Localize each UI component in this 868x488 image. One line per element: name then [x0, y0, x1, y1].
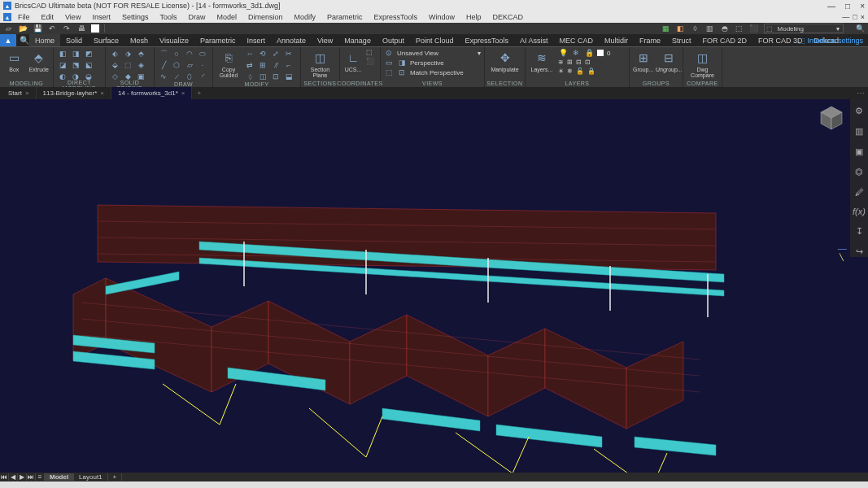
workspace-selector[interactable]: Modeling▾ [764, 24, 844, 33]
copy-guided-button[interactable]: ⎘Copy Guided [216, 49, 241, 78]
tool-icon[interactable]: ⬕ [83, 60, 94, 70]
maximize-button[interactable]: □ [845, 2, 850, 11]
sidebar-icon[interactable]: f(x) [853, 207, 866, 216]
layer-selector[interactable]: 💡❄🔒0 [558, 49, 626, 57]
menu-edit[interactable]: Edit [37, 13, 59, 21]
tool-icon[interactable]: ▱ [184, 60, 195, 70]
perspective-toggle[interactable]: ▭◨Perspective [384, 59, 481, 67]
tool-icon[interactable]: ⊡ [585, 59, 591, 66]
sidebar-icon[interactable]: ▥ [855, 126, 863, 137]
mdi-minimize[interactable]: — [842, 13, 849, 21]
tool-icon[interactable]: ⫽ [270, 60, 281, 70]
unsaved-view-selector[interactable]: ⊙Unsaved View▾ [384, 49, 481, 57]
extrude-button[interactable]: ⬘Extrude [28, 49, 50, 72]
app-button[interactable]: ▲ [0, 34, 16, 46]
tool-icon[interactable]: ⟲ [257, 49, 268, 59]
tool-icon[interactable]: ⎀ [244, 72, 255, 81]
close-icon[interactable]: × [181, 89, 185, 97]
tool-icon[interactable]: ○ [171, 49, 182, 59]
tool-icon[interactable]: ⬓ [283, 72, 294, 81]
tool-icon[interactable]: ❄ [567, 68, 573, 75]
tool-icon[interactable]: ⊡ [270, 72, 281, 81]
layers-button[interactable]: ≋Layers... [529, 49, 555, 72]
add-tab-button[interactable]: + [192, 89, 206, 97]
tab-meccad[interactable]: MEC CAD [554, 34, 600, 46]
menu-dimension[interactable]: Dimension [243, 13, 288, 21]
tab-frame[interactable]: Frame [634, 34, 666, 46]
layout-list-button[interactable]: ≡ [36, 473, 45, 481]
tool-icon[interactable]: ◠ [184, 49, 195, 59]
tab-insert[interactable]: Insert [241, 34, 271, 46]
tool-icon[interactable]: ∿ [158, 72, 169, 81]
sidebar-icon[interactable]: ↧ [856, 226, 863, 237]
tool-icon[interactable]: ⬭ [197, 49, 208, 59]
qat-open-icon[interactable]: 📂 [18, 24, 28, 33]
menu-file[interactable]: File [13, 13, 35, 21]
menu-modify[interactable]: Modify [290, 13, 321, 21]
qat-layer-color[interactable] [91, 24, 99, 33]
menu-tools[interactable]: Tools [155, 13, 181, 21]
interface-settings-button[interactable]: ⬚ Interface settings [798, 37, 863, 45]
qat-icon[interactable]: ◓ [720, 24, 730, 33]
qat-icon[interactable]: ▥ [705, 24, 715, 33]
tool-icon[interactable]: ⊞ [257, 60, 268, 70]
menu-dekcad[interactable]: DEKCAD [488, 13, 529, 21]
app-icon[interactable]: ▲ [3, 2, 11, 10]
menu-help[interactable]: Help [461, 13, 486, 21]
qat-icon[interactable]: ▦ [661, 24, 671, 33]
menu-settings[interactable]: Settings [117, 13, 154, 21]
tool-icon[interactable]: ⬯ [184, 72, 195, 81]
tab-manage[interactable]: Manage [338, 34, 377, 46]
tool-icon[interactable]: ⬘ [135, 49, 146, 59]
match-perspective-button[interactable]: ⬚⊡Match Perspective [384, 68, 481, 76]
doc-tab-active[interactable]: 14 - formworks_3d1*× [111, 87, 192, 99]
tool-icon[interactable]: ✂ [283, 49, 294, 59]
tab-annotate[interactable]: Annotate [271, 34, 312, 46]
tool-icon[interactable]: ◈ [135, 60, 146, 70]
qat-icon[interactable]: ⬛ [749, 24, 759, 33]
sidebar-icon[interactable]: ⚙ [855, 106, 863, 116]
tab-menu-icon[interactable]: ⋯ [857, 89, 865, 98]
tab-expresstools[interactable]: ExpressTools [459, 34, 514, 46]
tool-icon[interactable]: ↔ [244, 49, 255, 59]
add-layout-button[interactable]: + [108, 473, 123, 481]
qat-undo-icon[interactable]: ↶ [47, 24, 57, 33]
first-layout-button[interactable]: ⏮ [0, 473, 9, 481]
tool-icon[interactable]: ≋ [558, 59, 564, 66]
viewport[interactable]: ── ╲ ⚙ ▥ ▣ ⏣ 🖉 f(x) ↧ ↪ [0, 99, 868, 473]
menu-model[interactable]: Model [212, 13, 242, 21]
qat-search-icon[interactable]: 🔍 [855, 24, 865, 33]
qat-icon[interactable]: ◧ [676, 24, 686, 33]
command-bar[interactable] [0, 481, 868, 488]
menu-insert[interactable]: Insert [87, 13, 116, 21]
doc-tab-start[interactable]: Start× [2, 87, 37, 99]
tool-icon[interactable]: · [197, 60, 208, 70]
qat-print-icon[interactable]: 🖶 [76, 24, 86, 33]
menu-draw[interactable]: Draw [183, 13, 210, 21]
tab-surface[interactable]: Surface [88, 34, 124, 46]
mdi-close[interactable]: × [861, 13, 865, 21]
manipulate-button[interactable]: ✥Manipulate [488, 49, 521, 72]
qat-save-icon[interactable]: 💾 [33, 24, 42, 33]
tool-icon[interactable]: ⬛ [366, 58, 374, 65]
tool-icon[interactable]: ⌐ [283, 60, 294, 70]
qat-new-icon[interactable]: ▱ [3, 24, 13, 33]
tool-icon[interactable]: ◪ [57, 60, 68, 70]
tool-icon[interactable]: ☀ [558, 68, 564, 75]
qat-redo-icon[interactable]: ↷ [62, 24, 72, 33]
app-menu-icon[interactable]: ▲ [3, 13, 11, 21]
sidebar-icon[interactable]: ▣ [855, 146, 863, 157]
tab-output[interactable]: Output [377, 34, 410, 46]
qat-icon[interactable]: ⬚ [735, 24, 744, 33]
tool-icon[interactable]: ╱ [158, 60, 169, 70]
tab-forcad2d[interactable]: FOR CAD 2D [697, 34, 753, 46]
tool-icon[interactable]: ⌒ [158, 49, 169, 59]
tool-icon[interactable]: ⇄ [244, 60, 255, 70]
tool-icon[interactable]: ⟋ [171, 72, 182, 81]
tool-icon[interactable]: ⤢ [270, 49, 281, 59]
tool-icon[interactable]: ⬔ [70, 60, 81, 70]
sidebar-icon[interactable]: 🖉 [855, 187, 864, 197]
tab-home[interactable]: Home [29, 34, 60, 46]
tool-icon[interactable]: ◧ [57, 49, 68, 59]
tool-icon[interactable]: ⬚ [122, 60, 133, 70]
